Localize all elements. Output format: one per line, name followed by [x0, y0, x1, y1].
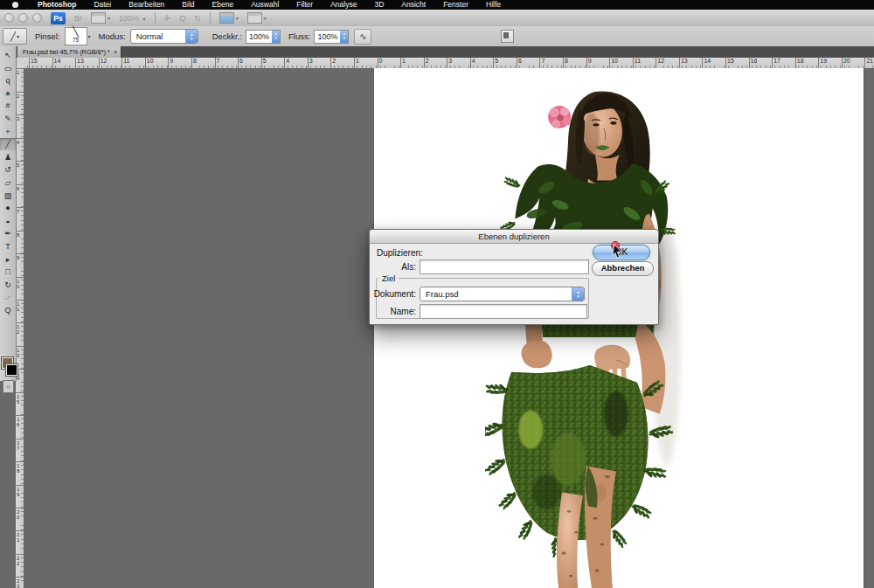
- ruler-tick: [517, 58, 517, 68]
- eyedropper-tool[interactable]: ✎: [0, 113, 16, 125]
- rotate-view-tool[interactable]: ↻: [0, 279, 16, 291]
- ruler-tick: [330, 58, 331, 68]
- menu-item-hilfe[interactable]: Hilfe: [477, 0, 510, 10]
- menu-item-datei[interactable]: Datei: [85, 0, 120, 10]
- ruler-tick: [16, 138, 24, 139]
- menu-item-photoshop[interactable]: Photoshop: [29, 0, 85, 10]
- ruler-label: 10: [611, 58, 618, 65]
- gradient-tool[interactable]: ▨: [0, 190, 16, 202]
- menu-item-ebene[interactable]: Ebene: [204, 0, 243, 10]
- eraser-tool[interactable]: ▱: [0, 176, 16, 189]
- zoom-tool-icon[interactable]: Q: [179, 14, 185, 23]
- apple-menu-icon[interactable]: [12, 2, 18, 8]
- flow-field[interactable]: 100%▴▾: [314, 30, 349, 44]
- airbrush-icon[interactable]: ∿: [354, 29, 371, 45]
- menu-item-analyse[interactable]: Analyse: [322, 0, 365, 10]
- ruler-label: 5: [495, 58, 498, 65]
- brush-preset-picker[interactable]: ╲75: [65, 27, 87, 45]
- photoshop-logo-icon: Ps: [51, 12, 66, 24]
- path-selection-tool[interactable]: ▸: [0, 253, 16, 266]
- move-tool[interactable]: ↖: [0, 49, 16, 61]
- ruler-label: 10: [17, 279, 19, 289]
- menu-item-filter[interactable]: Filter: [288, 0, 322, 10]
- dokument-select[interactable]: Frau.psd ▴▾: [420, 287, 585, 301]
- ruler-label: 8: [565, 58, 568, 65]
- lasso-tool[interactable]: ɋ: [0, 74, 16, 86]
- view-extras-caret-icon[interactable]: ▾: [108, 15, 110, 21]
- quick-selection-tool[interactable]: ∗: [0, 87, 16, 100]
- background-color-swatch[interactable]: [6, 364, 17, 376]
- menu-item-ansicht[interactable]: Ansicht: [392, 0, 434, 10]
- tab-close-icon[interactable]: ×: [114, 48, 118, 56]
- type-tool[interactable]: T: [0, 240, 16, 252]
- arrange-documents-icon[interactable]: [219, 12, 234, 24]
- cancel-button[interactable]: Abbrechen: [592, 261, 654, 276]
- quick-mask-icon[interactable]: ○: [3, 380, 14, 393]
- healing-brush-tool[interactable]: +: [0, 126, 16, 138]
- brush-picker-caret-icon[interactable]: ▾: [88, 33, 91, 39]
- marquee-tool[interactable]: ▭: [0, 62, 16, 74]
- dodge-tool[interactable]: ◒: [0, 215, 16, 227]
- ruler-tick: [16, 114, 24, 115]
- clone-stamp-tool[interactable]: ♟: [0, 151, 16, 163]
- document-tab[interactable]: Frau.psd bei 45,7% (RGB/8*) * ×: [17, 46, 121, 58]
- crop-tool[interactable]: #: [0, 100, 16, 112]
- name-input[interactable]: [420, 304, 587, 319]
- ruler-tick: [16, 184, 24, 185]
- document-canvas[interactable]: [374, 68, 864, 588]
- ruler-tick: [16, 485, 24, 486]
- bridge-icon[interactable]: Br: [74, 14, 82, 23]
- view-extras-icon[interactable]: [91, 12, 106, 24]
- ruler-label: 2: [332, 58, 336, 65]
- ruler-tick: [16, 231, 24, 232]
- hand-tool-icon[interactable]: ✛: [164, 14, 171, 23]
- ruler-tick: [725, 58, 726, 68]
- ruler-label: 14: [54, 58, 61, 65]
- ruler-label: 9: [170, 58, 173, 65]
- ruler-label: 6: [518, 58, 522, 65]
- ruler-tick: [99, 58, 100, 68]
- menu-item-fenster[interactable]: Fenster: [434, 0, 477, 10]
- tool-preset-picker[interactable]: ╱▾: [3, 28, 27, 45]
- shape-tool[interactable]: □: [0, 266, 16, 278]
- ruler-label: 1: [356, 58, 359, 65]
- ruler-label: 10: [147, 58, 154, 65]
- canvas-pasteboard[interactable]: [24, 68, 874, 588]
- zoom-level-dropdown[interactable]: 100% ▾: [119, 14, 146, 23]
- ruler-label: 15: [727, 58, 734, 65]
- ruler-tick: [609, 58, 610, 68]
- blur-tool[interactable]: ●: [0, 202, 16, 214]
- screen-mode-caret-icon[interactable]: ▾: [264, 15, 267, 21]
- ruler-tick: [864, 58, 865, 68]
- ruler-label: 12: [17, 324, 19, 335]
- menu-item-bild[interactable]: Bild: [173, 0, 203, 10]
- photoshop-window: PhotoshopDateiBearbeitenBildEbeneAuswahl…: [0, 0, 874, 588]
- panel-toggle-icon[interactable]: [501, 30, 514, 43]
- menu-item-bearbeiten[interactable]: Bearbeiten: [120, 0, 173, 10]
- brush-tool[interactable]: ╱: [0, 138, 16, 150]
- ruler-label: 20: [17, 509, 19, 520]
- ruler-tick: [354, 58, 355, 68]
- pen-tool[interactable]: ✒: [0, 227, 16, 239]
- window-zoom-button[interactable]: [32, 13, 42, 23]
- divider: [155, 12, 156, 24]
- rotate-view-icon[interactable]: ↻: [194, 14, 201, 23]
- opacity-field[interactable]: 100%▴▾: [246, 30, 281, 44]
- window-minimize-button[interactable]: [18, 13, 28, 23]
- ruler-tick: [679, 58, 680, 68]
- ruler-tick: [308, 58, 309, 68]
- blend-mode-select[interactable]: Normal ▴▾: [130, 29, 198, 44]
- ruler-label: 19: [17, 487, 19, 497]
- zoom-tool[interactable]: Q: [0, 304, 16, 316]
- menu-item-auswahl[interactable]: Auswahl: [242, 0, 288, 10]
- ruler-tick: [16, 439, 24, 439]
- arrange-documents-caret-icon[interactable]: ▾: [236, 15, 239, 21]
- menu-item-3d[interactable]: 3D: [365, 0, 392, 10]
- screen-mode-icon[interactable]: [247, 12, 262, 24]
- history-brush-tool[interactable]: ↺: [0, 163, 16, 176]
- als-input[interactable]: [420, 259, 589, 274]
- window-close-button[interactable]: [4, 13, 14, 23]
- hand-tool[interactable]: ☞: [0, 291, 16, 303]
- ruler-tick: [16, 207, 24, 208]
- ruler-label: 7: [541, 58, 545, 65]
